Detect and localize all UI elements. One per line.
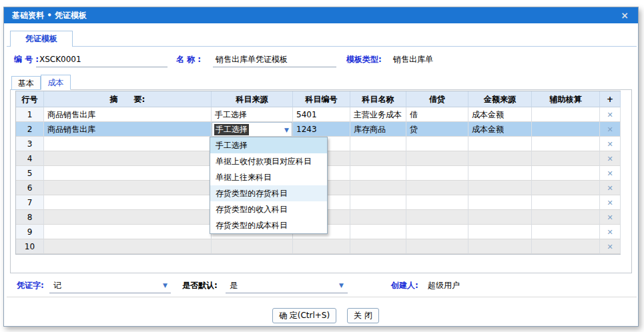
cell-summary[interactable] [44,137,212,151]
cell-aux[interactable] [532,122,600,137]
tab-voucher-template[interactable]: 凭证模板 [10,31,73,47]
cell-aux[interactable] [532,151,600,166]
cell-acct_name[interactable] [350,239,406,254]
dropdown-arrow-icon[interactable]: ▼ [339,277,344,293]
cell-amount_source[interactable] [468,210,532,225]
dropdown-option[interactable]: 存货类型的收入科目 [210,201,327,217]
cell-op[interactable]: ✕ [600,122,621,137]
cell-dc[interactable]: 借 [406,107,468,122]
dropdown-option[interactable]: 存货类型的成本科目 [210,217,327,233]
cell-acct_name[interactable] [350,225,406,239]
cell-no[interactable]: 7 [16,195,44,210]
cell-acct_name[interactable] [350,195,406,210]
cell-dc[interactable] [406,181,468,195]
chevron-down-icon[interactable]: ▼ [284,123,289,137]
cell-no[interactable]: 1 [16,107,44,122]
delete-row-icon[interactable]: ✕ [607,228,613,237]
cell-summary[interactable]: 商品销售出库 [44,107,212,122]
cell-aux[interactable] [532,195,600,210]
cell-dc[interactable] [406,210,468,225]
cell-dc[interactable] [406,195,468,210]
cell-aux[interactable] [532,137,600,151]
cell-acct_no[interactable]: 5401 [293,107,350,122]
cell-source[interactable]: 手工选择▼ [212,122,293,137]
dropdown-option[interactable]: 手工选择 [210,137,327,153]
cell-acct_name[interactable]: 库存商品 [350,122,406,137]
cell-acct_name[interactable] [350,137,406,151]
cell-dc[interactable] [406,239,468,254]
cell-summary[interactable] [44,195,212,210]
cell-dc[interactable]: 贷 [406,122,468,137]
dropdown-option[interactable]: 单据上收付款项目对应科目 [210,153,327,169]
cell-amount_source[interactable] [468,181,532,195]
cell-op[interactable]: ✕ [600,151,621,166]
delete-row-icon[interactable]: ✕ [607,184,613,193]
cell-acct_no[interactable]: 1243 [293,122,350,137]
close-icon[interactable]: × [621,7,629,23]
cell-op[interactable]: ✕ [600,137,621,151]
delete-row-icon[interactable]: ✕ [607,243,613,251]
voucher-word-select[interactable]: 记 [49,277,171,293]
cell-acct_name[interactable] [350,151,406,166]
cell-amount_source[interactable]: 成本金额 [468,122,532,137]
cell-dc[interactable] [406,166,468,181]
cell-no[interactable]: 8 [16,210,44,225]
cell-op[interactable]: ✕ [600,225,621,239]
cell-op[interactable]: ✕ [600,181,621,195]
code-input[interactable]: XSCK0001 [36,51,168,67]
cell-summary[interactable] [44,239,212,254]
cell-amount_source[interactable] [468,166,532,181]
cell-summary[interactable]: 商品销售出库 [44,122,212,137]
delete-row-icon[interactable]: ✕ [607,111,613,119]
cell-op[interactable]: ✕ [600,107,621,122]
ok-button[interactable]: 确 定(Ctrl+S) [272,308,336,323]
cell-op[interactable]: ✕ [600,195,621,210]
is-default-select[interactable]: 是 [226,277,348,293]
cell-dc[interactable] [406,137,468,151]
cell-summary[interactable] [44,181,212,195]
cell-amount_source[interactable] [468,225,532,239]
cell-source[interactable] [212,239,293,254]
cell-acct_name[interactable] [350,166,406,181]
cell-acct_name[interactable] [350,210,406,225]
delete-row-icon[interactable]: ✕ [607,199,613,207]
cell-op[interactable]: ✕ [600,239,621,254]
cell-summary[interactable] [44,210,212,225]
cell-no[interactable]: 2 [16,122,44,137]
cell-aux[interactable] [532,225,600,239]
tab-basic[interactable]: 基本 [11,76,41,90]
close-button[interactable]: 关 闭 [347,308,379,323]
cell-acct_no[interactable] [293,239,350,254]
cell-aux[interactable] [532,166,600,181]
cell-summary[interactable] [44,166,212,181]
cell-amount_source[interactable] [468,137,532,151]
cell-aux[interactable] [532,210,600,225]
cell-op[interactable]: ✕ [600,210,621,225]
cell-aux[interactable] [532,239,600,254]
delete-row-icon[interactable]: ✕ [607,169,613,178]
cell-no[interactable]: 9 [16,225,44,239]
cell-acct_name[interactable]: 主营业务成本 [350,107,406,122]
cell-acct_name[interactable] [350,181,406,195]
cell-summary[interactable] [44,151,212,166]
delete-row-icon[interactable]: ✕ [607,155,613,163]
cell-dc[interactable] [406,225,468,239]
dropdown-option[interactable]: 存货类型的存货科目 [210,185,327,201]
cell-no[interactable]: 4 [16,151,44,166]
name-input[interactable]: 销售出库单凭证模板 [213,51,336,67]
cell-amount_source[interactable] [468,239,532,254]
cell-summary[interactable] [44,225,212,239]
cell-no[interactable]: 5 [16,166,44,181]
cell-no[interactable]: 3 [16,137,44,151]
tab-cost[interactable]: 成本 [41,75,71,90]
cell-amount_source[interactable] [468,151,532,166]
cell-aux[interactable] [532,181,600,195]
cell-no[interactable]: 10 [16,239,44,254]
cell-amount_source[interactable]: 成本金额 [468,107,532,122]
dropdown-arrow-icon[interactable]: ▼ [163,277,168,293]
cell-no[interactable]: 6 [16,181,44,195]
cell-aux[interactable] [532,107,600,122]
delete-row-icon[interactable]: ✕ [607,125,613,134]
cell-amount_source[interactable] [468,195,532,210]
cell-source[interactable]: 手工选择 [212,107,293,122]
